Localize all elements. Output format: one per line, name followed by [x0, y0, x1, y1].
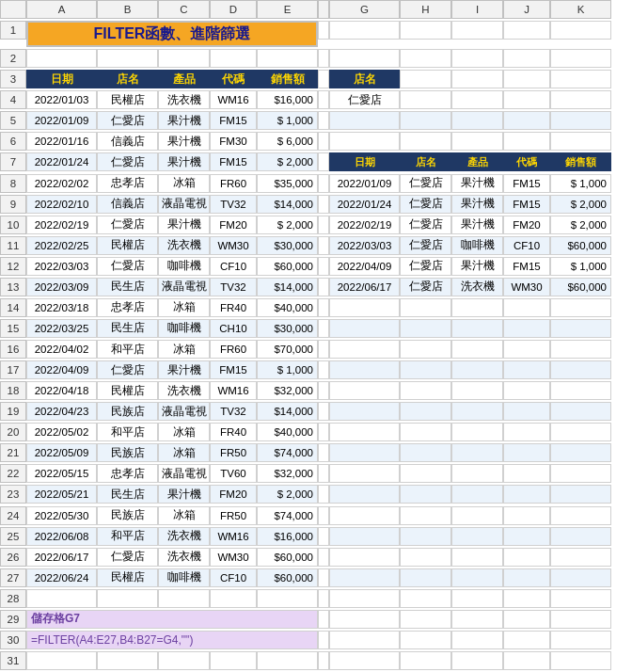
- spreadsheet: ABCDEGHIJK1FILTER函數、進階篩選23日期店名產品代碼銷售額店名4…: [0, 0, 632, 672]
- sheet-grid: ABCDEGHIJK1FILTER函數、進階篩選23日期店名產品代碼銷售額店名4…: [0, 0, 632, 672]
